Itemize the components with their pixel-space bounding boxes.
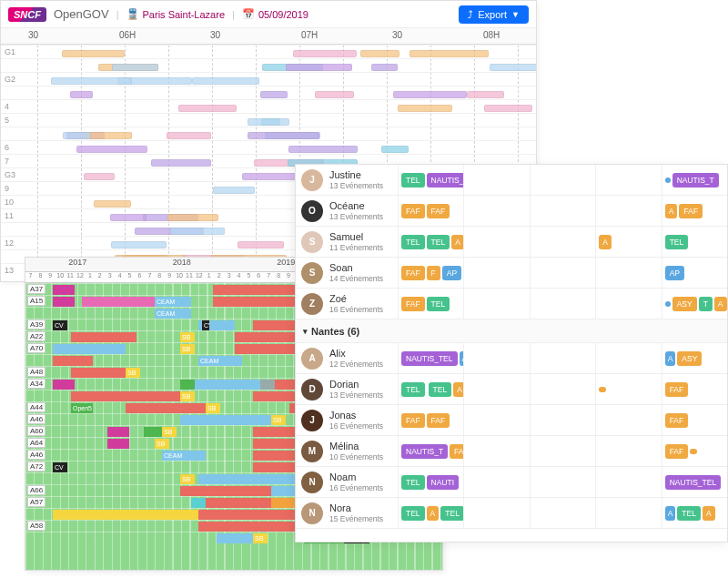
gantt-bar[interactable]: SB xyxy=(155,439,169,449)
event-cell[interactable] xyxy=(463,343,529,373)
gantt-bar[interactable] xyxy=(53,356,93,366)
event-cell[interactable]: FAF xyxy=(662,405,727,435)
gantt-bar[interactable]: SB xyxy=(180,344,195,354)
timeline-bar[interactable] xyxy=(76,146,147,153)
event-cell[interactable]: FAF xyxy=(662,436,727,466)
event-tag[interactable]: TEL xyxy=(440,506,463,521)
event-cell[interactable] xyxy=(595,405,661,435)
event-cell[interactable]: FAF xyxy=(662,374,727,404)
gantt-bar[interactable]: SB xyxy=(206,403,220,413)
gantt-bar[interactable]: SB xyxy=(162,427,177,437)
event-tag[interactable] xyxy=(690,449,697,454)
event-cell[interactable]: ASYTA xyxy=(662,289,727,319)
event-tag[interactable]: ASY xyxy=(677,351,702,366)
event-cell[interactable] xyxy=(463,374,529,404)
event-tag[interactable]: TEL xyxy=(427,235,450,249)
timeline-bar[interactable] xyxy=(371,64,397,71)
event-cell[interactable] xyxy=(595,343,661,373)
timeline-bar[interactable] xyxy=(70,91,92,98)
gantt-bar[interactable] xyxy=(180,380,195,390)
event-tag[interactable]: A xyxy=(427,506,440,521)
gantt-bar[interactable] xyxy=(107,439,129,449)
gantt-bar[interactable]: CV xyxy=(53,462,67,472)
gantt-bar[interactable]: CEAM xyxy=(155,297,191,307)
event-cell[interactable]: TELTELA xyxy=(398,227,463,257)
gantt-bar[interactable] xyxy=(53,510,198,520)
event-cell[interactable]: NAUTIS_T xyxy=(662,165,727,195)
event-tag[interactable]: NAUTIS_TEL xyxy=(427,173,464,188)
gantt-bar[interactable] xyxy=(53,344,126,354)
person-row[interactable]: JJustine13 EvénementsTELNAUTIS_TELNAUTIS… xyxy=(296,165,727,196)
event-tag[interactable]: FAF xyxy=(427,413,450,428)
event-tag[interactable]: TEL xyxy=(401,173,425,188)
timeline-bar[interactable] xyxy=(63,132,90,139)
gantt-bar[interactable] xyxy=(126,403,206,413)
event-cell[interactable] xyxy=(530,467,595,497)
event-cell[interactable] xyxy=(530,227,595,257)
gantt-bar[interactable] xyxy=(82,297,155,307)
person-row[interactable]: SSamuel11 EvénementsTELTELAATEL xyxy=(296,227,727,258)
event-tag[interactable]: FAF xyxy=(665,382,689,397)
event-cell[interactable] xyxy=(530,498,595,528)
event-tag[interactable]: TEL xyxy=(665,235,689,249)
gantt-bar[interactable] xyxy=(53,285,75,295)
timeline-bar[interactable] xyxy=(360,50,399,57)
event-tag[interactable]: NAUTIS_TEL xyxy=(665,475,722,490)
event-tag[interactable]: FAF xyxy=(665,444,689,459)
gantt-bar[interactable] xyxy=(260,380,275,390)
gantt-bar[interactable]: Open5 xyxy=(71,403,93,413)
event-tag[interactable]: FAF xyxy=(401,413,425,428)
event-cell[interactable] xyxy=(595,165,661,195)
event-cell[interactable] xyxy=(463,498,529,528)
event-tag[interactable]: FAF xyxy=(450,444,463,459)
timeline-bar[interactable] xyxy=(238,241,284,248)
event-cell[interactable]: NAUTIS_TELAFAFA xyxy=(398,343,463,373)
gantt-bar[interactable] xyxy=(180,486,271,496)
event-cell[interactable]: A xyxy=(595,227,661,257)
event-cell[interactable] xyxy=(530,289,595,319)
event-tag[interactable]: ASY xyxy=(672,297,697,311)
event-tag[interactable]: FAF xyxy=(665,413,689,428)
timeline-bar[interactable] xyxy=(84,132,132,139)
event-cell[interactable]: TELTELA xyxy=(398,374,463,404)
gantt-bar[interactable] xyxy=(144,427,162,437)
gantt-bar[interactable] xyxy=(180,415,271,425)
timeline-bar[interactable] xyxy=(484,105,531,112)
event-cell[interactable]: FAFFAP xyxy=(398,258,463,288)
timeline-bar[interactable] xyxy=(167,132,211,139)
event-cell[interactable] xyxy=(595,258,661,288)
event-cell[interactable] xyxy=(530,374,595,404)
event-tag[interactable] xyxy=(665,301,671,307)
gantt-bar[interactable]: SB xyxy=(253,533,268,543)
timeline-bar[interactable] xyxy=(286,64,352,71)
timeline-bar[interactable] xyxy=(62,50,125,57)
gantt-bar[interactable] xyxy=(198,522,308,532)
event-cell[interactable]: FAFTEL xyxy=(398,289,463,319)
event-tag[interactable]: A xyxy=(453,382,463,397)
timeline-bar[interactable] xyxy=(111,241,166,248)
event-tag[interactable]: FAF xyxy=(401,266,425,280)
event-tag[interactable]: FAF xyxy=(427,204,450,218)
timeline-bar[interactable] xyxy=(192,77,258,85)
event-cell[interactable]: AASY xyxy=(662,343,727,373)
event-cell[interactable] xyxy=(595,374,661,404)
event-tag[interactable]: T xyxy=(699,297,713,311)
person-row[interactable]: NNoam16 EvénementsTELNAUTINAUTIS_TEL xyxy=(296,467,727,498)
timeline-bar[interactable] xyxy=(178,105,237,112)
event-cell[interactable]: ATELA xyxy=(662,498,727,528)
event-cell[interactable] xyxy=(530,343,595,373)
person-row[interactable]: JJonas16 EvénementsFAFFAFFAF xyxy=(296,405,727,436)
gantt-bar[interactable] xyxy=(53,380,75,390)
timeline-bar[interactable] xyxy=(242,173,300,180)
gantt-bar[interactable]: SB xyxy=(180,332,195,342)
gantt-bar[interactable]: SB xyxy=(126,368,140,378)
timeline-bar[interactable] xyxy=(51,77,132,85)
timeline-bar[interactable] xyxy=(112,64,158,71)
timeline-bar[interactable] xyxy=(248,118,289,126)
gantt-bar[interactable] xyxy=(71,368,126,378)
person-row[interactable]: AAlix12 EvénementsNAUTIS_TELAFAFAAASY xyxy=(296,343,727,374)
timeline-bar[interactable] xyxy=(393,91,467,98)
date-pill[interactable]: 📅 05/09/2019 xyxy=(242,8,308,20)
person-row[interactable]: ZZoé16 EvénementsFAFTELASYTA xyxy=(296,289,727,319)
event-cell[interactable] xyxy=(463,165,529,195)
